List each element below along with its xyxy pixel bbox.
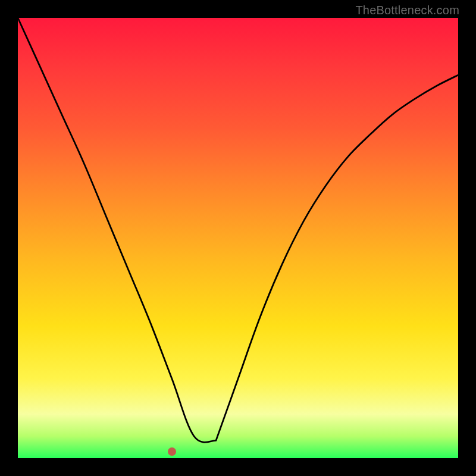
chart-frame: TheBottleneck.com [0,0,476,476]
plot-area [18,18,458,458]
optimal-point-marker [168,447,176,456]
bottleneck-curve [18,18,458,458]
watermark-text: TheBottleneck.com [355,4,459,17]
